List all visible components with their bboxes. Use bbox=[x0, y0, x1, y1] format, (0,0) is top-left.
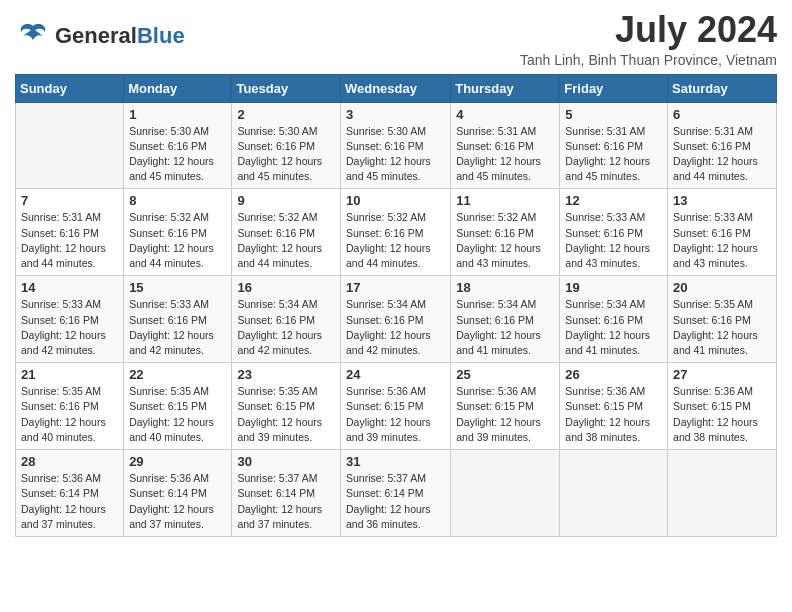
calendar-cell: 19Sunrise: 5:34 AM Sunset: 6:16 PM Dayli… bbox=[560, 276, 668, 363]
calendar-cell: 20Sunrise: 5:35 AM Sunset: 6:16 PM Dayli… bbox=[668, 276, 777, 363]
logo-icon bbox=[15, 18, 51, 54]
calendar-cell: 3Sunrise: 5:30 AM Sunset: 6:16 PM Daylig… bbox=[340, 102, 450, 189]
day-info: Sunrise: 5:36 AM Sunset: 6:15 PM Dayligh… bbox=[673, 384, 771, 445]
day-number: 9 bbox=[237, 193, 335, 208]
calendar-cell: 25Sunrise: 5:36 AM Sunset: 6:15 PM Dayli… bbox=[451, 363, 560, 450]
calendar-cell: 9Sunrise: 5:32 AM Sunset: 6:16 PM Daylig… bbox=[232, 189, 341, 276]
calendar-cell: 18Sunrise: 5:34 AM Sunset: 6:16 PM Dayli… bbox=[451, 276, 560, 363]
calendar-cell: 1Sunrise: 5:30 AM Sunset: 6:16 PM Daylig… bbox=[124, 102, 232, 189]
calendar-cell bbox=[560, 450, 668, 537]
day-info: Sunrise: 5:34 AM Sunset: 6:16 PM Dayligh… bbox=[565, 297, 662, 358]
day-number: 29 bbox=[129, 454, 226, 469]
calendar-cell: 2Sunrise: 5:30 AM Sunset: 6:16 PM Daylig… bbox=[232, 102, 341, 189]
day-info: Sunrise: 5:30 AM Sunset: 6:16 PM Dayligh… bbox=[346, 124, 445, 185]
day-info: Sunrise: 5:31 AM Sunset: 6:16 PM Dayligh… bbox=[565, 124, 662, 185]
day-number: 18 bbox=[456, 280, 554, 295]
day-info: Sunrise: 5:35 AM Sunset: 6:15 PM Dayligh… bbox=[129, 384, 226, 445]
calendar-cell: 13Sunrise: 5:33 AM Sunset: 6:16 PM Dayli… bbox=[668, 189, 777, 276]
day-number: 1 bbox=[129, 107, 226, 122]
weekday-header-tuesday: Tuesday bbox=[232, 74, 341, 102]
weekday-header-monday: Monday bbox=[124, 74, 232, 102]
day-number: 4 bbox=[456, 107, 554, 122]
day-info: Sunrise: 5:32 AM Sunset: 6:16 PM Dayligh… bbox=[456, 210, 554, 271]
calendar-week-row: 7Sunrise: 5:31 AM Sunset: 6:16 PM Daylig… bbox=[16, 189, 777, 276]
day-number: 3 bbox=[346, 107, 445, 122]
day-number: 8 bbox=[129, 193, 226, 208]
calendar-table: SundayMondayTuesdayWednesdayThursdayFrid… bbox=[15, 74, 777, 537]
calendar-cell: 26Sunrise: 5:36 AM Sunset: 6:15 PM Dayli… bbox=[560, 363, 668, 450]
logo-general-text: General bbox=[55, 25, 137, 47]
day-number: 25 bbox=[456, 367, 554, 382]
day-info: Sunrise: 5:32 AM Sunset: 6:16 PM Dayligh… bbox=[237, 210, 335, 271]
day-info: Sunrise: 5:35 AM Sunset: 6:16 PM Dayligh… bbox=[673, 297, 771, 358]
day-info: Sunrise: 5:36 AM Sunset: 6:14 PM Dayligh… bbox=[129, 471, 226, 532]
calendar-week-row: 28Sunrise: 5:36 AM Sunset: 6:14 PM Dayli… bbox=[16, 450, 777, 537]
day-info: Sunrise: 5:37 AM Sunset: 6:14 PM Dayligh… bbox=[237, 471, 335, 532]
day-number: 12 bbox=[565, 193, 662, 208]
calendar-week-row: 1Sunrise: 5:30 AM Sunset: 6:16 PM Daylig… bbox=[16, 102, 777, 189]
day-number: 10 bbox=[346, 193, 445, 208]
day-info: Sunrise: 5:31 AM Sunset: 6:16 PM Dayligh… bbox=[456, 124, 554, 185]
day-number: 22 bbox=[129, 367, 226, 382]
logo: General Blue bbox=[15, 18, 185, 54]
day-info: Sunrise: 5:31 AM Sunset: 6:16 PM Dayligh… bbox=[673, 124, 771, 185]
calendar-week-row: 14Sunrise: 5:33 AM Sunset: 6:16 PM Dayli… bbox=[16, 276, 777, 363]
day-number: 24 bbox=[346, 367, 445, 382]
calendar-cell: 24Sunrise: 5:36 AM Sunset: 6:15 PM Dayli… bbox=[340, 363, 450, 450]
calendar-cell: 17Sunrise: 5:34 AM Sunset: 6:16 PM Dayli… bbox=[340, 276, 450, 363]
day-info: Sunrise: 5:35 AM Sunset: 6:15 PM Dayligh… bbox=[237, 384, 335, 445]
day-info: Sunrise: 5:35 AM Sunset: 6:16 PM Dayligh… bbox=[21, 384, 118, 445]
calendar-cell: 7Sunrise: 5:31 AM Sunset: 6:16 PM Daylig… bbox=[16, 189, 124, 276]
logo-blue-text: Blue bbox=[137, 25, 185, 47]
day-info: Sunrise: 5:33 AM Sunset: 6:16 PM Dayligh… bbox=[565, 210, 662, 271]
day-info: Sunrise: 5:32 AM Sunset: 6:16 PM Dayligh… bbox=[129, 210, 226, 271]
title-area: July 2024 Tanh Linh, Binh Thuan Province… bbox=[520, 10, 777, 68]
day-number: 15 bbox=[129, 280, 226, 295]
calendar-cell: 21Sunrise: 5:35 AM Sunset: 6:16 PM Dayli… bbox=[16, 363, 124, 450]
calendar-cell bbox=[16, 102, 124, 189]
calendar-cell: 15Sunrise: 5:33 AM Sunset: 6:16 PM Dayli… bbox=[124, 276, 232, 363]
day-info: Sunrise: 5:37 AM Sunset: 6:14 PM Dayligh… bbox=[346, 471, 445, 532]
month-year-title: July 2024 bbox=[520, 10, 777, 50]
day-info: Sunrise: 5:34 AM Sunset: 6:16 PM Dayligh… bbox=[346, 297, 445, 358]
calendar-cell: 23Sunrise: 5:35 AM Sunset: 6:15 PM Dayli… bbox=[232, 363, 341, 450]
day-info: Sunrise: 5:36 AM Sunset: 6:15 PM Dayligh… bbox=[456, 384, 554, 445]
day-number: 20 bbox=[673, 280, 771, 295]
day-number: 27 bbox=[673, 367, 771, 382]
day-number: 16 bbox=[237, 280, 335, 295]
day-number: 14 bbox=[21, 280, 118, 295]
day-number: 11 bbox=[456, 193, 554, 208]
weekday-header-row: SundayMondayTuesdayWednesdayThursdayFrid… bbox=[16, 74, 777, 102]
day-number: 6 bbox=[673, 107, 771, 122]
weekday-header-thursday: Thursday bbox=[451, 74, 560, 102]
day-info: Sunrise: 5:32 AM Sunset: 6:16 PM Dayligh… bbox=[346, 210, 445, 271]
calendar-cell: 31Sunrise: 5:37 AM Sunset: 6:14 PM Dayli… bbox=[340, 450, 450, 537]
day-number: 17 bbox=[346, 280, 445, 295]
day-number: 19 bbox=[565, 280, 662, 295]
day-info: Sunrise: 5:30 AM Sunset: 6:16 PM Dayligh… bbox=[129, 124, 226, 185]
calendar-cell: 16Sunrise: 5:34 AM Sunset: 6:16 PM Dayli… bbox=[232, 276, 341, 363]
day-number: 21 bbox=[21, 367, 118, 382]
calendar-cell: 10Sunrise: 5:32 AM Sunset: 6:16 PM Dayli… bbox=[340, 189, 450, 276]
calendar-cell: 29Sunrise: 5:36 AM Sunset: 6:14 PM Dayli… bbox=[124, 450, 232, 537]
weekday-header-wednesday: Wednesday bbox=[340, 74, 450, 102]
day-number: 23 bbox=[237, 367, 335, 382]
weekday-header-sunday: Sunday bbox=[16, 74, 124, 102]
day-number: 13 bbox=[673, 193, 771, 208]
calendar-cell: 6Sunrise: 5:31 AM Sunset: 6:16 PM Daylig… bbox=[668, 102, 777, 189]
day-info: Sunrise: 5:34 AM Sunset: 6:16 PM Dayligh… bbox=[237, 297, 335, 358]
day-number: 26 bbox=[565, 367, 662, 382]
day-info: Sunrise: 5:36 AM Sunset: 6:15 PM Dayligh… bbox=[565, 384, 662, 445]
day-info: Sunrise: 5:33 AM Sunset: 6:16 PM Dayligh… bbox=[129, 297, 226, 358]
day-number: 28 bbox=[21, 454, 118, 469]
calendar-cell: 27Sunrise: 5:36 AM Sunset: 6:15 PM Dayli… bbox=[668, 363, 777, 450]
day-number: 30 bbox=[237, 454, 335, 469]
weekday-header-saturday: Saturday bbox=[668, 74, 777, 102]
calendar-cell: 22Sunrise: 5:35 AM Sunset: 6:15 PM Dayli… bbox=[124, 363, 232, 450]
day-info: Sunrise: 5:36 AM Sunset: 6:14 PM Dayligh… bbox=[21, 471, 118, 532]
day-number: 7 bbox=[21, 193, 118, 208]
day-number: 5 bbox=[565, 107, 662, 122]
page-header: General Blue July 2024 Tanh Linh, Binh T… bbox=[15, 10, 777, 68]
day-info: Sunrise: 5:34 AM Sunset: 6:16 PM Dayligh… bbox=[456, 297, 554, 358]
calendar-cell: 5Sunrise: 5:31 AM Sunset: 6:16 PM Daylig… bbox=[560, 102, 668, 189]
